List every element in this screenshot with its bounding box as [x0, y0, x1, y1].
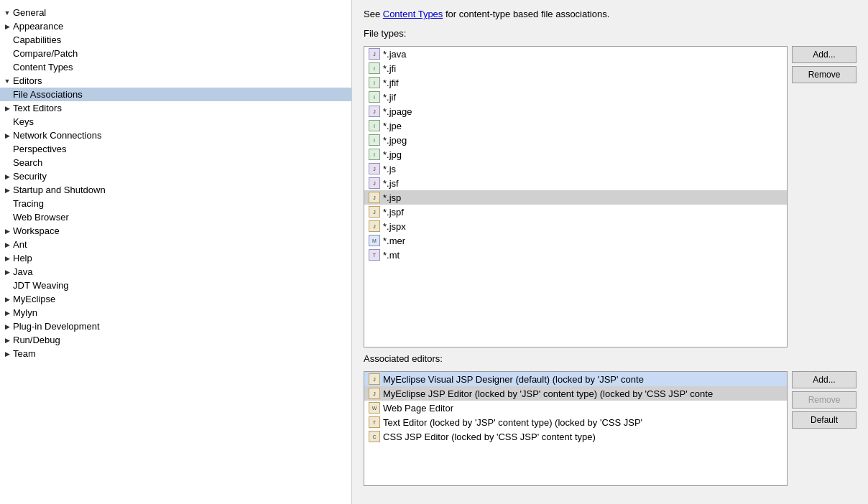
list-item[interactable]: I *.jpeg [364, 133, 787, 147]
java-file-icon: J [369, 48, 380, 60]
tree-label-team: Team [13, 348, 36, 359]
content-types-link[interactable]: Content Types [383, 9, 443, 19]
tree-item-text-editors[interactable]: Text Editors [0, 101, 351, 115]
list-item[interactable]: J *.jspf [364, 205, 787, 219]
tree-item-perspectives[interactable]: Perspectives [0, 142, 351, 156]
tree-item-team[interactable]: Team [0, 347, 351, 360]
list-item[interactable]: I *.jpg [364, 147, 787, 162]
editor-item-label: MyEclipse JSP Editor (locked by 'JSP' co… [383, 388, 713, 399]
file-item-label: *.java [383, 49, 407, 60]
list-item-selected[interactable]: J *.jsp [364, 190, 787, 205]
list-item[interactable]: T *.mt [364, 248, 787, 262]
file-types-list[interactable]: J *.java I *.jfi I *.jfif I *.jif J *.jp… [364, 46, 788, 347]
list-item[interactable]: J *.java [364, 47, 787, 61]
tree-label-keys: Keys [13, 116, 34, 127]
img-file-icon: I [369, 91, 380, 103]
add-file-type-button[interactable]: Add... [792, 46, 857, 63]
list-item[interactable]: J *.jpage [364, 104, 787, 118]
tree-item-content-types[interactable]: Content Types [0, 60, 351, 74]
tree-item-keys[interactable]: Keys [0, 115, 351, 129]
list-item[interactable]: I *.jpe [364, 118, 787, 133]
default-editor-button[interactable]: Default [792, 411, 857, 429]
list-item[interactable]: I *.jif [364, 90, 787, 104]
expand-run-debug-icon [3, 337, 11, 344]
tree-item-general[interactable]: General [0, 6, 351, 19]
tree-label-text-editors: Text Editors [13, 103, 62, 113]
tree-label-jdt-weaving: JDT Weaving [13, 280, 69, 291]
expand-workspace-icon [3, 228, 11, 235]
tree-label-myeclipse: MyEclipse [13, 294, 55, 304]
img-file-icon: I [369, 134, 380, 146]
jsf-file-icon: J [369, 177, 380, 189]
editor-list-item[interactable]: J MyEclipse Visual JSP Designer (default… [364, 372, 787, 386]
editor-list-item[interactable]: W Web Page Editor [364, 401, 787, 415]
tree-label-appearance: Appearance [13, 21, 63, 32]
file-item-label: *.jpage [383, 106, 412, 117]
tree-item-network-connections[interactable]: Network Connections [0, 129, 351, 142]
jspx-file-icon: J [369, 220, 380, 232]
expand-security-icon [3, 173, 11, 180]
tree-item-capabilities[interactable]: Capabilities [0, 33, 351, 47]
tree-item-help[interactable]: Help [0, 251, 351, 265]
add-editor-button[interactable]: Add... [792, 371, 857, 388]
tree-item-compare-patch[interactable]: Compare/Patch [0, 47, 351, 60]
file-item-label: *.mt [383, 250, 400, 261]
tree-item-ant[interactable]: Ant [0, 238, 351, 251]
tree-item-file-associations[interactable]: File Associations [0, 88, 351, 101]
file-item-label: *.jsp [383, 192, 401, 203]
tree-item-appearance[interactable]: Appearance [0, 19, 351, 33]
tree-item-mylyn[interactable]: Mylyn [0, 306, 351, 319]
file-type-buttons: Add... Remove [792, 46, 857, 347]
editor-list-item[interactable]: C CSS JSP Editor (locked by 'CSS JSP' co… [364, 429, 787, 444]
tree-item-startup-shutdown[interactable]: Startup and Shutdown [0, 183, 351, 197]
tree-item-editors[interactable]: Editors [0, 74, 351, 88]
editor-icon: J [369, 388, 380, 399]
info-text: See Content Types for content-type based… [364, 9, 857, 19]
remove-file-type-button[interactable]: Remove [792, 66, 857, 83]
tree-label-search: Search [13, 157, 42, 168]
expand-text-editors-icon [3, 105, 11, 112]
tree-label-web-browser: Web Browser [13, 212, 69, 223]
img-file-icon: I [369, 77, 380, 88]
tree-item-jdt-weaving[interactable]: JDT Weaving [0, 279, 351, 292]
jsp-file-icon: J [369, 192, 380, 203]
tree-item-myeclipse[interactable]: MyEclipse [0, 292, 351, 306]
list-item[interactable]: J *.jsf [364, 176, 787, 190]
tree-label-ant: Ant [13, 239, 27, 250]
associated-editors-list[interactable]: J MyEclipse Visual JSP Designer (default… [364, 371, 788, 486]
tree-item-security[interactable]: Security [0, 169, 351, 183]
tree-item-tracing[interactable]: Tracing [0, 197, 351, 210]
file-item-label: *.jif [383, 92, 396, 103]
expand-appearance-icon [3, 23, 11, 30]
tree-label-perspectives: Perspectives [13, 144, 66, 154]
tree-label-run-debug: Run/Debug [13, 335, 60, 345]
file-item-label: *.jpeg [383, 135, 407, 146]
file-item-label: *.jpg [383, 149, 402, 160]
img-file-icon: I [369, 62, 380, 74]
tree-item-java[interactable]: Java [0, 265, 351, 279]
tree-item-search[interactable]: Search [0, 156, 351, 169]
list-item[interactable]: J *.js [364, 162, 787, 176]
js-file-icon: J [369, 163, 380, 174]
tree-item-run-debug[interactable]: Run/Debug [0, 333, 351, 347]
editor-icon: W [369, 402, 380, 414]
tree-item-plugin-dev[interactable]: Plug-in Development [0, 319, 351, 333]
expand-general-icon [3, 9, 11, 17]
list-item[interactable]: I *.jfi [364, 61, 787, 75]
tree-item-workspace[interactable]: Workspace [0, 224, 351, 238]
file-item-label: *.js [383, 164, 396, 174]
tree-label-workspace: Workspace [13, 225, 60, 236]
mt-file-icon: T [369, 249, 380, 261]
list-item[interactable]: M *.mer [364, 233, 787, 248]
tree-label-editors: Editors [13, 75, 42, 86]
editor-item-label: CSS JSP Editor (locked by 'CSS JSP' cont… [383, 431, 596, 442]
list-item[interactable]: I *.jfif [364, 75, 787, 90]
tree-label-compare-patch: Compare/Patch [13, 48, 78, 59]
remove-editor-button[interactable]: Remove [792, 391, 857, 409]
file-item-label: *.jspf [383, 207, 404, 218]
editor-list-item[interactable]: J MyEclipse JSP Editor (locked by 'JSP' … [364, 386, 787, 401]
list-item[interactable]: J *.jspx [364, 219, 787, 233]
tree-item-web-browser[interactable]: Web Browser [0, 210, 351, 224]
editor-list-item[interactable]: T Text Editor (locked by 'JSP' content t… [364, 415, 787, 429]
editor-icon: T [369, 416, 380, 428]
